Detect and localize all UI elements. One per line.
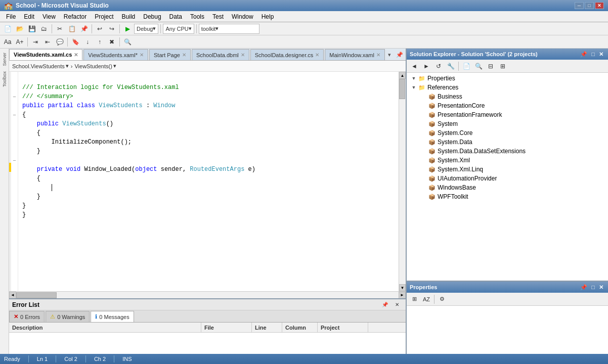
hscroll-thumb[interactable] [16, 292, 57, 298]
hscroll-track[interactable] [16, 292, 399, 299]
save-all-button[interactable]: 🗂 [38, 24, 50, 34]
scroll-track[interactable] [399, 79, 406, 284]
menu-refactor[interactable]: Refactor [60, 12, 91, 21]
solution-properties-button[interactable]: 🔧 [445, 61, 456, 71]
tree-item-presentationcore[interactable]: 📦 PresentationCore [407, 101, 608, 110]
solution-back-button[interactable]: ◄ [409, 61, 420, 71]
tree-item-system-core[interactable]: 📦 System.Core [407, 128, 608, 138]
clear-bookmarks-button[interactable]: ✖ [106, 37, 117, 47]
solution-close-button[interactable]: ✕ [597, 51, 605, 58]
toolbar2-btn2[interactable]: A+ [14, 37, 25, 47]
tab-close-icon[interactable]: ✕ [241, 52, 245, 58]
messages-tab[interactable]: ℹ 0 Messages [91, 311, 134, 322]
menu-view[interactable]: View [38, 12, 60, 21]
properties-close-button[interactable]: ✕ [597, 284, 605, 291]
new-project-button[interactable]: 📄 [2, 24, 13, 34]
solution-forward-button[interactable]: ► [421, 61, 432, 71]
minimize-button[interactable]: ─ [575, 2, 584, 9]
tab-pin-button[interactable]: 📌 [394, 49, 405, 60]
filter-button[interactable]: 🔍 [473, 61, 484, 71]
tree-item-system-data-extensions[interactable]: 📦 System.Data.DataSetExtensions [407, 147, 608, 156]
prev-bookmark-button[interactable]: ↑ [94, 37, 105, 47]
namespace-dropdown[interactable]: School.ViewStudents ▾ [12, 63, 69, 69]
menu-window[interactable]: Window [228, 12, 257, 21]
errors-tab[interactable]: ✕ 0 Errors [9, 311, 45, 322]
tree-item-business[interactable]: 📦 Business [407, 92, 608, 101]
scroll-up-button[interactable]: ▲ [399, 72, 406, 79]
redo-button[interactable]: ↪ [106, 24, 117, 34]
cut-button[interactable]: ✂ [54, 24, 65, 34]
menu-help[interactable]: Help [257, 12, 278, 21]
tab-schooldata-designer[interactable]: SchoolData.designer.cs ✕ [250, 49, 324, 60]
editor-hscroll[interactable]: ◄ ► [9, 291, 406, 298]
menu-debug[interactable]: Debug [139, 12, 165, 21]
method-dropdown[interactable]: ViewStudents() ▾ [74, 63, 116, 69]
tree-item-system-xml-linq[interactable]: 📦 System.Xml.Linq [407, 165, 608, 174]
tree-item-properties[interactable]: ▼ 📁 Properties [407, 74, 608, 83]
toolbox-icon[interactable]: Toolbox [2, 69, 7, 89]
tab-viewstudents-cs[interactable]: ViewStudents.xaml.cs ✕ [9, 49, 82, 60]
properties-restore-button[interactable]: □ [590, 284, 596, 291]
tab-mainwindow-xaml[interactable]: MainWindow.xaml ✕ [325, 49, 385, 60]
solution-pin-button[interactable]: 📌 [579, 51, 589, 58]
find-button[interactable]: 🔍 [122, 37, 133, 47]
properties-categorized-button[interactable]: ⊞ [409, 294, 420, 304]
tree-item-wpftoolkit[interactable]: 📦 WPFToolkit [407, 192, 608, 201]
server-explorer-icon[interactable]: Server [2, 51, 7, 68]
menu-tools[interactable]: Tools [186, 12, 208, 21]
expand-all-button[interactable]: ⊞ [497, 61, 508, 71]
tab-viewstudents-xaml[interactable]: ViewStudents.xaml* ✕ [83, 49, 148, 60]
tab-schooldata-dbml[interactable]: SchoolData.dbml ✕ [192, 49, 249, 60]
debug-dropdown[interactable]: Debug ▾ [134, 24, 158, 34]
warnings-tab[interactable]: ⚠ 0 Warnings [46, 311, 90, 322]
menu-edit[interactable]: Edit [20, 12, 38, 21]
tab-overflow-button[interactable]: ▾ [386, 49, 393, 60]
tree-item-windowsbase[interactable]: 📦 WindowsBase [407, 183, 608, 192]
start-button[interactable]: ▶ [122, 24, 133, 34]
tab-close-icon[interactable]: ✕ [376, 52, 380, 58]
tab-close-icon[interactable]: ✕ [182, 52, 186, 58]
tab-start-page[interactable]: Start Page ✕ [149, 49, 191, 60]
copy-button[interactable]: 📋 [66, 24, 77, 34]
tree-item-references[interactable]: ▼ 📁 References [407, 83, 608, 92]
startup-dropdown[interactable]: toolkit ▾ [199, 24, 259, 34]
expand-icon[interactable]: ▼ [411, 75, 417, 81]
open-button[interactable]: 📂 [14, 24, 25, 34]
editor-vscroll[interactable]: ▲ ▼ [399, 72, 406, 291]
maximize-button[interactable]: □ [585, 2, 594, 9]
code-editor[interactable]: − − − /// Interaction logic for ViewStud… [9, 72, 406, 298]
tab-close-icon[interactable]: ✕ [74, 52, 78, 58]
solution-restore-button[interactable]: □ [590, 51, 596, 58]
menu-data[interactable]: Data [165, 12, 186, 21]
show-all-files-button[interactable]: 📄 [461, 61, 472, 71]
tree-item-system[interactable]: 📦 System [407, 119, 608, 128]
tab-close-icon[interactable]: ✕ [315, 52, 319, 58]
tab-close-icon[interactable]: ✕ [140, 52, 144, 58]
menu-test[interactable]: Test [208, 12, 228, 21]
tree-item-system-data[interactable]: 📦 System.Data [407, 138, 608, 147]
unindent-button[interactable]: ⇤ [42, 37, 53, 47]
collapse-all-button[interactable]: ⊟ [485, 61, 496, 71]
toolbar2-btn1[interactable]: Aa [2, 37, 13, 47]
scroll-right-button[interactable]: ► [399, 292, 406, 299]
save-button[interactable]: 💾 [26, 24, 37, 34]
scroll-down-button[interactable]: ▼ [399, 284, 406, 291]
platform-dropdown[interactable]: Any CPU ▾ [163, 24, 194, 34]
solution-refresh-button[interactable]: ↺ [433, 61, 444, 71]
close-button[interactable]: ✕ [595, 2, 604, 9]
properties-alpha-button[interactable]: AZ [421, 294, 432, 304]
paste-button[interactable]: 📌 [78, 24, 90, 34]
menu-project[interactable]: Project [91, 12, 117, 21]
tree-item-system-xml[interactable]: 📦 System.Xml [407, 156, 608, 165]
undo-button[interactable]: ↩ [94, 24, 105, 34]
menu-file[interactable]: File [2, 12, 20, 21]
properties-props-button[interactable]: ⚙ [437, 294, 448, 304]
error-pin-button[interactable]: 📌 [379, 300, 390, 310]
menu-build[interactable]: Build [118, 12, 140, 21]
bookmark-button[interactable]: 🔖 [70, 37, 81, 47]
comment-button[interactable]: 💬 [54, 37, 65, 47]
properties-pin-button[interactable]: 📌 [579, 284, 589, 291]
code-content[interactable]: /// Interaction logic for ViewStudents.x… [18, 72, 399, 291]
indent-button[interactable]: ⇥ [30, 37, 41, 47]
scroll-thumb[interactable] [399, 79, 405, 99]
